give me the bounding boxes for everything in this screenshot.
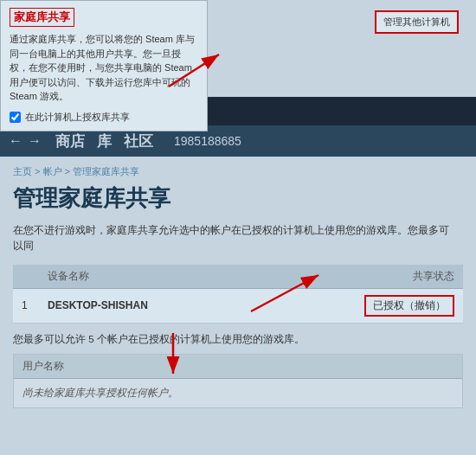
tab-community[interactable]: 社区: [124, 131, 153, 151]
manage-other-computers-button[interactable]: 管理其他计算机: [375, 10, 459, 34]
users-col-header: 用户名称: [23, 359, 64, 374]
users-section: 用户名称 尚未给家庭库共享授权任何帐户。: [13, 354, 463, 408]
top-panel-description: 通过家庭库共享，您可以将您的 Steam 库与同一台电脑上的其他用户共享。您一旦…: [10, 32, 198, 104]
col-header-status: 共享状态: [325, 269, 454, 284]
revoke-button[interactable]: 已授权（撤销）: [364, 295, 454, 317]
tab-store[interactable]: 商店: [55, 131, 85, 151]
row-device: DESKTOP-SHISHAN: [48, 299, 325, 311]
user-id: 1985188685: [174, 134, 241, 148]
main-content: 主页 > 帐户 > 管理家庭库共享 管理家庭库共享 在您不进行游戏时，家庭库共享…: [0, 157, 476, 455]
tab-library[interactable]: 库: [97, 131, 112, 151]
breadcrumb-home[interactable]: 主页: [13, 166, 32, 176]
checkbox-row: 在此计算机上授权库共享: [10, 111, 198, 124]
users-empty-message: 尚未给家庭库共享授权任何帐户。: [14, 379, 462, 407]
col-header-num: [22, 269, 48, 284]
table-row: 1 DESKTOP-SHISHAN 已授权（撤销）: [13, 289, 463, 324]
nav-tabs: 商店 库 社区 1985188685: [55, 131, 241, 151]
page-title: 管理家庭库共享: [13, 183, 463, 214]
breadcrumb-account[interactable]: 帐户: [43, 166, 62, 176]
users-header: 用户名称: [14, 355, 462, 379]
checkbox-label: 在此计算机上授权库共享: [25, 111, 130, 124]
breadcrumb-current: 管理家庭库共享: [73, 166, 139, 176]
forward-button[interactable]: →: [28, 133, 42, 149]
back-button[interactable]: ←: [9, 133, 23, 149]
top-panel: 家庭库共享 通过家庭库共享，您可以将您的 Steam 库与同一台电脑上的其他用户…: [0, 0, 208, 131]
table-header: 设备名称 共享状态: [13, 265, 463, 289]
breadcrumb: 主页 > 帐户 > 管理家庭库共享: [13, 165, 463, 178]
row-num: 1: [22, 299, 48, 311]
bottom-note: 您最多可以允许 5 个帐户在已授权的计算机上使用您的游戏库。: [13, 332, 463, 347]
main-description: 在您不进行游戏时，家庭库共享允许选中的帐户在已授权的计算机上使用您的游戏库。您最…: [13, 222, 454, 254]
authorize-checkbox[interactable]: [10, 112, 21, 123]
col-header-device: 设备名称: [48, 269, 325, 284]
top-panel-title: 家庭库共享: [10, 8, 74, 27]
row-status: 已授权（撤销）: [325, 295, 454, 317]
